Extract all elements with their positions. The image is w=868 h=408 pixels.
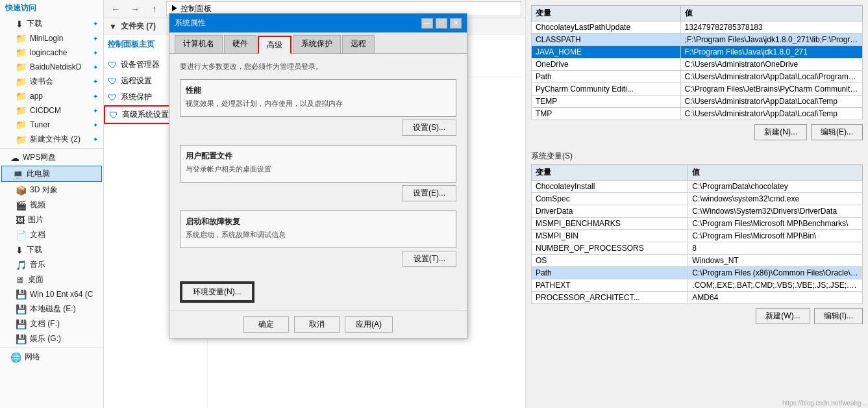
user-var-row[interactable]: OneDriveC:\Users\Administrator\OneDrive <box>532 58 863 71</box>
nav-forward-button[interactable]: → <box>127 2 143 16</box>
user-new-button[interactable]: 新建(N)... <box>754 124 807 140</box>
sidebar-item-minilogin[interactable]: 📁 MiniLogin ✦ <box>0 31 103 45</box>
sys-var-name: ChocolateyInstall <box>532 181 688 193</box>
folder-icon-6: 📁 <box>16 105 27 116</box>
sys-var-row[interactable]: NUMBER_OF_PROCESSORS8 <box>532 242 863 255</box>
sys-var-row[interactable]: MSMPI_BINC:\Program Files\Microsoft MPI\… <box>532 230 863 242</box>
sys-var-row[interactable]: PATHEXT.COM;.EXE;.BAT;.CMD;.VBS;.VBE;.JS… <box>532 279 863 292</box>
sidebar-item-app[interactable]: 📁 app ✦ <box>0 89 103 103</box>
tab-remote[interactable]: 远程 <box>342 35 375 53</box>
user-var-row[interactable]: PyCharm Community Editi...C:\Program Fil… <box>532 83 863 96</box>
sidebar-drive-g[interactable]: 💾 娱乐 (G:) <box>0 331 103 346</box>
nav-back-button[interactable]: ← <box>108 2 123 16</box>
user-edit-button[interactable]: 编辑(E)... <box>811 124 863 140</box>
sys-var-row[interactable]: PathC:\Program Files (x86)\Common Files\… <box>532 267 863 279</box>
apply-button[interactable]: 应用(A) <box>345 316 393 333</box>
sidebar-item-newfolder[interactable]: 📁 新建文件夹 (2) ✦ <box>0 132 103 147</box>
user-var-row[interactable]: ChocolateyLastPathUpdate1324797827853781… <box>532 21 863 34</box>
env-vars-button[interactable]: 环境变量(N)... <box>181 283 253 301</box>
video-icon: 🎬 <box>16 200 27 210</box>
performance-settings-button[interactable]: 设置(S)... <box>402 120 456 136</box>
cancel-button[interactable]: 取消 <box>294 316 340 333</box>
user-var-value: C:\Users\Administrator\OneDrive <box>680 58 862 71</box>
music-icon: 🎵 <box>16 260 27 270</box>
sidebar-item-cicdcm[interactable]: 📁 CICDCM ✦ <box>0 103 103 118</box>
sys-var-name: Path <box>532 267 688 279</box>
pin-arrow-2: ✦ <box>93 35 98 42</box>
sys-var-row[interactable]: OSWindows_NT <box>532 255 863 267</box>
sidebar-drive-e[interactable]: 💾 本地磁盘 (E:) <box>0 301 103 316</box>
close-button[interactable]: ✕ <box>450 18 462 29</box>
system-properties-dialog: 系统属性 — □ ✕ 计算机名 硬件 高级 系统保护 远程 <box>169 13 467 338</box>
sidebar-item-3dobjects[interactable]: 📦 3D 对象 <box>0 183 103 198</box>
download-icon: ⬇ <box>16 19 23 29</box>
user-var-name: JAVA_HOME <box>532 46 681 58</box>
sys-var-row[interactable]: ChocolateyInstallC:\ProgramData\chocolat… <box>532 181 863 193</box>
sidebar-item-video[interactable]: 🎬 视频 <box>0 198 103 212</box>
ok-button[interactable]: 确定 <box>243 316 289 333</box>
sys-var-row[interactable]: DriverDataC:\Windows\System32\Drivers\Dr… <box>532 205 863 218</box>
sidebar-item-thispc[interactable]: 💻 此电脑 <box>1 166 102 182</box>
user-var-value: C:\Users\Administrator\AppData\Local\Tem… <box>680 108 862 120</box>
sidebar-item-baidu[interactable]: 📁 BaiduNetdiskD ✦ <box>0 60 103 74</box>
pin-arrow-4: ✦ <box>93 64 98 71</box>
sys-new-button[interactable]: 新建(W)... <box>756 308 810 324</box>
user-vars-btn-row: 新建(N)... 编辑(E)... <box>531 124 863 140</box>
user-var-row[interactable]: PathC:\Users\Administrator\AppData\Local… <box>532 71 863 83</box>
minimize-button[interactable]: — <box>421 18 433 29</box>
quick-access-label[interactable]: 快速访问 <box>0 0 103 16</box>
sidebar-item-music[interactable]: 🎵 音乐 <box>0 257 103 272</box>
folder-icon-1: 📁 <box>16 33 27 44</box>
sidebar-item-pictures[interactable]: 🖼 图片 <box>0 212 103 227</box>
sidebar-item-wps[interactable]: ☁ WPS网盘 <box>0 150 103 165</box>
tab-advanced[interactable]: 高级 <box>258 36 291 54</box>
sidebar-item-downloads[interactable]: ⬇ 下载 <box>0 242 103 257</box>
shield-icon-1: 🛡 <box>108 60 117 70</box>
sys-var-row[interactable]: PROCESSOR_ARCHITECT...AMD64 <box>532 292 863 304</box>
user-profiles-btn-row: 设置(E)... <box>180 185 456 201</box>
maximize-button[interactable]: □ <box>436 18 447 29</box>
startup-desc: 系统启动，系统故障和调试信息 <box>186 230 451 240</box>
tab-computer-name[interactable]: 计算机名 <box>175 35 223 53</box>
sys-var-value: .COM;.EXE;.BAT;.CMD;.VBS;.VBE;.JS;.JSE;.… <box>688 279 863 292</box>
startup-title: 启动和故障恢复 <box>186 216 451 227</box>
sys-var-row[interactable]: ComSpecC:\windows\system32\cmd.exe <box>532 193 863 205</box>
user-var-row[interactable]: TMPC:\Users\Administrator\AppData\Local\… <box>532 108 863 120</box>
sidebar-drive-c[interactable]: 💾 Win 10 Ent x64 (C <box>0 287 103 301</box>
user-profiles-section: 用户配置文件 与登录帐户相关的桌面设置 设置(E)... <box>180 145 456 201</box>
sidebar-item-download[interactable]: ⬇ 下载 ✦ <box>0 16 103 31</box>
user-profiles-box: 用户配置文件 与登录帐户相关的桌面设置 <box>180 145 456 183</box>
sidebar-item-dushuhui[interactable]: 📁 读书会 ✦ <box>0 74 103 89</box>
sidebar-item-tuner[interactable]: 📁 Tuner ✦ <box>0 118 103 132</box>
sys-var-name: MSMPI_BENCHMARKS <box>532 218 688 230</box>
startup-settings-button[interactable]: 设置(T)... <box>403 251 456 267</box>
folder-icon-8: 📁 <box>16 134 27 145</box>
dialog-title: 系统属性 <box>175 18 206 29</box>
user-profiles-settings-button[interactable]: 设置(E)... <box>402 185 456 201</box>
sys-var-name: PROCESSOR_ARCHITECT... <box>532 292 688 304</box>
sidebar: 快速访问 ⬇ 下载 ✦ 📁 MiniLogin ✦ 📁 logincache ✦… <box>0 0 104 408</box>
sidebar-item-desktop[interactable]: 🖥 桌面 <box>0 272 103 287</box>
sys-edit-button[interactable]: 编辑(I)... <box>814 308 863 324</box>
sidebar-drive-f[interactable]: 💾 文档 (F:) <box>0 316 103 331</box>
performance-box: 性能 视觉效果，处理器计划，内存使用，以及虚拟内存 <box>180 79 456 117</box>
user-var-name: TEMP <box>532 96 681 108</box>
dialog-body: 要进行大多数更改，您必须作为管理员登录。 性能 视觉效果，处理器计划，内存使用，… <box>169 54 467 311</box>
pin-arrow-5: ✦ <box>93 78 98 85</box>
sidebar-item-network[interactable]: 🌐 网络 <box>0 350 103 364</box>
tab-hardware[interactable]: 硬件 <box>224 35 256 53</box>
user-var-row[interactable]: CLASSPATH;F:\Program Files\Java\jdk1.8.0… <box>532 34 863 46</box>
documents-icon: 📄 <box>16 230 27 240</box>
sidebar-item-logincache[interactable]: 📁 logincache ✦ <box>0 45 103 60</box>
user-var-row[interactable]: TEMPC:\Users\Administrator\AppData\Local… <box>532 96 863 108</box>
user-var-name: TMP <box>532 108 681 120</box>
nav-up-button[interactable]: ↑ <box>147 2 162 16</box>
sys-var-value: Windows_NT <box>688 255 863 267</box>
pin-arrow-6: ✦ <box>93 93 98 100</box>
tab-system-protection[interactable]: 系统保护 <box>293 35 341 53</box>
user-profiles-title: 用户配置文件 <box>186 151 451 162</box>
sys-var-row[interactable]: MSMPI_BENCHMARKSC:\Program Files\Microso… <box>532 218 863 230</box>
sidebar-item-documents[interactable]: 📄 文档 <box>0 227 103 242</box>
user-var-row[interactable]: JAVA_HOMEF:\Program Files\Java\jdk1.8.0_… <box>532 46 863 58</box>
folder-icon-4: 📁 <box>16 77 27 87</box>
